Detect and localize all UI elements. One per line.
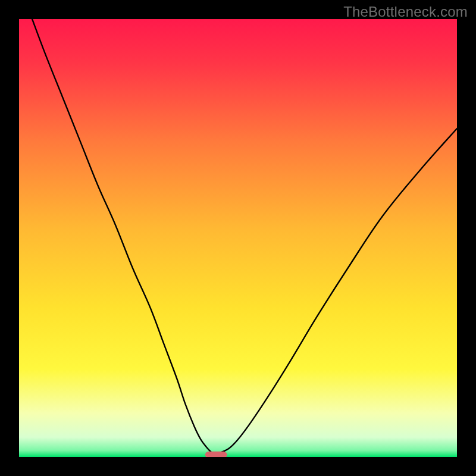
chart-svg xyxy=(19,19,457,457)
bottom-marker xyxy=(205,452,227,457)
watermark-text: TheBottleneck.com xyxy=(343,4,468,20)
gradient-background xyxy=(19,19,457,457)
chart-frame: TheBottleneck.com xyxy=(0,0,476,476)
plot-area xyxy=(19,19,457,457)
